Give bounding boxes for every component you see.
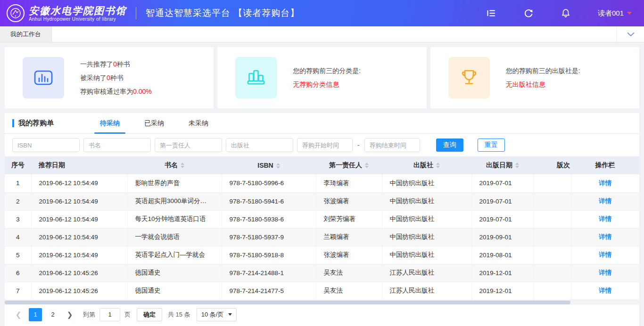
cell-publisher: 江苏人民出版社 <box>382 282 471 300</box>
detail-link[interactable]: 详情 <box>599 287 611 294</box>
top-publishers-empty: 无出版社信息 <box>506 78 580 91</box>
tab-workspace[interactable]: 我的工作台 <box>0 26 52 42</box>
logo-title: 安徽水电学院图书馆 <box>29 5 126 16</box>
cell-no: 6 <box>5 264 31 282</box>
cell-actions: 详情 <box>571 192 639 210</box>
prev-page-button[interactable]: ❮ <box>12 308 25 321</box>
cell-actions: 详情 <box>571 228 639 246</box>
col-author[interactable]: 第一责任人 <box>316 156 382 174</box>
stat-cards: 一共推荐了0种书 被采纳了0种书 荐购审核通过率为0.00% 您的荐购前三的分类… <box>5 47 639 108</box>
cell-date: 2019-06-12 10:54:49 <box>31 210 127 228</box>
cell-author: 刘荣芳编著 <box>316 210 382 228</box>
col-recommend-date: 推荐日期 <box>31 156 127 174</box>
cell-edition <box>534 210 571 228</box>
end-date-input[interactable] <box>364 138 420 152</box>
detail-link[interactable]: 详情 <box>599 233 611 240</box>
cell-author: 张波编著 <box>316 246 382 264</box>
sort-icon[interactable] <box>436 163 440 168</box>
cell-pub_date: 2019-12-01 <box>471 264 534 282</box>
next-page-button[interactable]: ❯ <box>64 308 76 321</box>
detail-link[interactable]: 详情 <box>599 269 611 276</box>
bell-icon[interactable] <box>561 8 571 18</box>
podium-icon <box>235 57 277 98</box>
cell-date: 2019-06-12 10:54:49 <box>31 246 127 264</box>
cell-author: 李琦编著 <box>316 174 382 192</box>
section-title: 我的荐购单 <box>12 119 54 128</box>
cell-date: 2019-06-12 10:45:26 <box>31 264 127 282</box>
detail-link[interactable]: 详情 <box>599 179 611 187</box>
cell-edition <box>534 282 571 300</box>
cell-isbn: 978-7-5180-5918-8 <box>222 246 316 264</box>
table-row: 32019-06-12 10:54:49每天10分钟地道英语口语978-7-51… <box>5 210 639 228</box>
cell-actions: 详情 <box>571 174 639 192</box>
cell-date: 2019-06-12 10:54:49 <box>31 192 127 210</box>
cell-title: 英语零起点入门—学就会 <box>127 246 222 264</box>
tab-pending[interactable]: 待采纳 <box>88 113 132 133</box>
sort-icon[interactable] <box>276 163 280 169</box>
cell-author: 吴友法 <box>316 264 382 282</box>
cell-edition <box>534 228 571 246</box>
refresh-icon[interactable] <box>523 8 534 18</box>
section-header: 我的荐购单 待采纳 已采纳 未采纳 <box>5 113 639 134</box>
cell-no: 2 <box>5 192 31 210</box>
goto-page-input[interactable] <box>99 308 120 321</box>
reset-button[interactable]: 重置 <box>478 139 505 152</box>
col-edition: 版次 <box>534 156 571 174</box>
col-pub-date[interactable]: 出版日期 <box>471 156 534 174</box>
status-tabs: 待采纳 已采纳 未采纳 <box>88 113 221 133</box>
book-title-input[interactable] <box>83 138 151 152</box>
tab-rejected[interactable]: 未采纳 <box>176 113 221 133</box>
col-book-title[interactable]: 书名 <box>127 156 222 174</box>
header-divider <box>136 7 136 19</box>
cell-isbn: 978-7-214-21488-1 <box>222 264 316 282</box>
author-input[interactable] <box>155 138 222 152</box>
sort-icon[interactable] <box>515 163 519 168</box>
isbn-input[interactable] <box>12 138 80 152</box>
menu-fold-icon[interactable] <box>486 8 496 18</box>
sort-icon[interactable] <box>365 163 369 168</box>
detail-link[interactable]: 详情 <box>599 251 611 258</box>
cell-title: 德国通史 <box>127 264 222 282</box>
top-categories-empty: 无荐购分类信息 <box>293 78 361 91</box>
sort-icon[interactable] <box>181 163 184 168</box>
cell-edition <box>534 174 571 192</box>
trophy-icon <box>448 57 490 98</box>
page-size-select[interactable]: 10 条/页 <box>197 308 237 321</box>
detail-link[interactable]: 详情 <box>599 197 611 204</box>
table-row: 72019-06-12 10:45:26德国通史978-7-214-21477-… <box>5 282 639 300</box>
start-date-input[interactable] <box>297 138 353 152</box>
cell-isbn: 978-7-5180-5938-6 <box>222 210 316 228</box>
stat-pass-rate: 荐购审核通过率为0.00% <box>80 85 152 98</box>
tabs-collapse-button[interactable] <box>617 26 644 42</box>
search-button[interactable]: 查询 <box>436 139 463 152</box>
page-button-1[interactable]: 1 <box>29 308 42 321</box>
bar-chart-icon <box>23 57 64 98</box>
tab-accepted[interactable]: 已采纳 <box>132 113 176 133</box>
user-menu[interactable]: 读者001 <box>598 9 632 18</box>
top-publishers-title: 您的荐购前三的出版社是: <box>506 64 580 78</box>
col-actions: 操作栏 <box>571 156 639 174</box>
cell-no: 1 <box>5 174 31 192</box>
cell-isbn: 978-7-5180-5937-9 <box>222 228 316 246</box>
table-row: 62019-06-12 10:45:26德国通史978-7-214-21488-… <box>5 264 639 282</box>
cell-pub_date: 2019-09-01 <box>471 228 534 246</box>
recommendation-table: 序号 推荐日期 书名 ISBN 第一责任人 出版社 出版日期 版次 操作栏 12… <box>5 156 640 300</box>
stat-total-accepted: 被采纳了0种书 <box>80 71 152 85</box>
scrollbar-thumb[interactable] <box>5 301 570 304</box>
detail-link[interactable]: 详情 <box>599 215 611 222</box>
pagination: ❮ 1 2 ❯ 到第 页 确定 共 15 条 10 条/页 <box>5 305 639 326</box>
user-name: 读者001 <box>598 9 624 18</box>
cell-publisher: 中国纺织出版社 <box>382 228 471 246</box>
table-row: 42019-06-12 10:54:49一学就会说德语978-7-5180-59… <box>5 228 639 246</box>
cell-author: 吴友法 <box>316 282 382 300</box>
page-button-2[interactable]: 2 <box>46 308 59 321</box>
cell-author: 张波编著 <box>316 192 382 210</box>
cell-pub_date: 2019-08-01 <box>471 246 534 264</box>
confirm-page-button[interactable]: 确定 <box>137 308 162 321</box>
goto-label: 到第 <box>83 310 95 319</box>
publisher-input[interactable] <box>226 138 293 152</box>
col-publisher[interactable]: 出版社 <box>382 156 471 174</box>
cell-edition <box>534 192 571 210</box>
cell-actions: 详情 <box>571 210 639 228</box>
col-isbn[interactable]: ISBN <box>222 156 316 174</box>
